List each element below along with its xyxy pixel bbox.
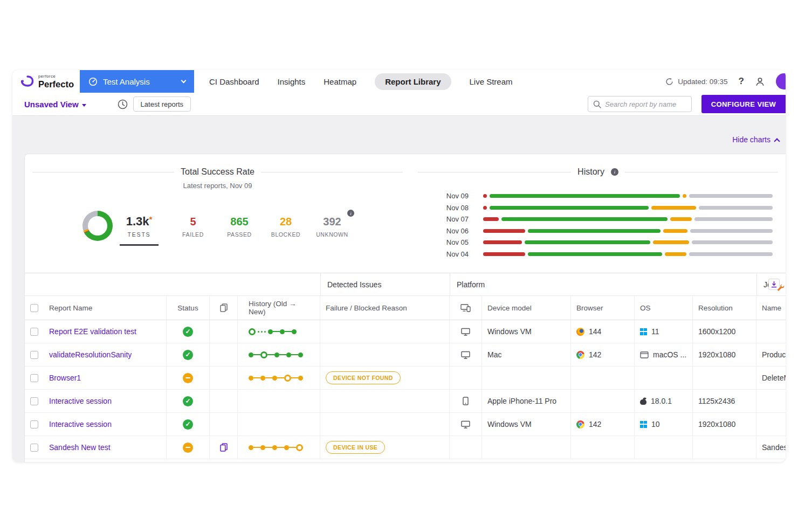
report-name-link[interactable]: validateResolutionSanity xyxy=(49,350,132,359)
history-line xyxy=(289,447,296,448)
history-segment-amber xyxy=(663,229,688,233)
nav-item-heatmap[interactable]: Heatmap xyxy=(324,77,356,86)
row-checkbox[interactable] xyxy=(30,397,38,405)
col-device-model[interactable]: Device model xyxy=(482,296,571,320)
avatar[interactable] xyxy=(776,73,786,89)
history-cell xyxy=(238,413,320,436)
nav-item-live-stream[interactable]: Live Stream xyxy=(470,77,513,86)
history-cell xyxy=(238,390,320,412)
history-dot xyxy=(274,353,279,357)
latest-reports-filter[interactable]: Latest reports xyxy=(133,96,191,112)
history-rows: Nov 09Nov 08Nov 07Nov 06Nov 05Nov 04 xyxy=(410,190,773,260)
history-date: Nov 05 xyxy=(410,238,469,246)
os-version: 11 xyxy=(651,327,659,336)
col-status[interactable]: Status xyxy=(167,296,210,320)
col-failure-reason[interactable]: Failure / Blocked Reason xyxy=(320,296,450,320)
col-report-name[interactable]: Report Name xyxy=(44,296,167,320)
os-version: 10 xyxy=(651,420,660,429)
col-history[interactable]: History (Old → New) xyxy=(238,296,320,320)
job-name-text: Sandesh... xyxy=(762,443,786,452)
row-checkbox[interactable] xyxy=(30,351,38,359)
charts-section: Total Success Rate Latest reports, Nov 0… xyxy=(25,154,786,273)
configure-view-button[interactable]: CONFIGURE VIEW xyxy=(701,95,786,113)
wrench-icon[interactable] xyxy=(777,284,785,291)
info-icon[interactable]: i xyxy=(347,210,354,217)
select-all-checkbox[interactable] xyxy=(30,304,38,312)
row-checkbox[interactable] xyxy=(30,328,38,336)
copy-icon[interactable] xyxy=(220,443,228,452)
view-name-dropdown[interactable]: Unsaved View xyxy=(24,100,86,109)
copy-cell xyxy=(210,320,238,343)
device-type-cell xyxy=(450,390,482,412)
row-check-cell xyxy=(25,413,44,436)
history-ring xyxy=(296,444,303,451)
sync-icon[interactable] xyxy=(665,78,673,86)
history-segment-amber xyxy=(651,206,696,210)
main-nav: CI DashboardInsightsHeatmapReport Librar… xyxy=(209,73,513,90)
success-title: Total Success Rate xyxy=(181,167,254,177)
group-spacer xyxy=(25,273,320,295)
history-segment-amber xyxy=(665,252,686,256)
row-checkbox[interactable] xyxy=(30,444,38,452)
nav-item-report-library[interactable]: Report Library xyxy=(375,73,451,90)
failure-cell: DEVICE IN USE xyxy=(320,436,450,459)
history-date: Nov 09 xyxy=(410,192,469,200)
history-segment-red xyxy=(483,206,487,210)
windows-icon xyxy=(640,328,647,335)
device-type-cell xyxy=(450,436,482,459)
row-checkbox[interactable] xyxy=(30,374,38,382)
resolution-cell: 1600x1200 xyxy=(693,320,756,343)
table-row: Sandesh New testDEVICE IN USESandesh... xyxy=(25,436,786,459)
history-segment-green xyxy=(528,229,661,233)
col-resolution[interactable]: Resolution xyxy=(693,296,756,320)
history-line xyxy=(277,447,284,448)
job-name-cell: Producti... xyxy=(756,343,786,366)
os-cell: 10 xyxy=(635,413,693,436)
help-button[interactable]: ? xyxy=(739,76,744,87)
view-toolbar: Unsaved View Latest reports CONFIGURE VI… xyxy=(12,93,786,116)
col-job-name[interactable]: Name xyxy=(756,296,786,320)
info-icon[interactable]: i xyxy=(611,168,618,176)
nav-item-ci-dashboard[interactable]: CI Dashboard xyxy=(209,77,259,86)
report-name-link[interactable]: Interactive session xyxy=(49,420,112,429)
job-name-cell: Sandesh... xyxy=(756,436,786,459)
copy-icon xyxy=(220,303,228,312)
report-name-cell: Interactive session xyxy=(44,413,167,436)
clock-icon[interactable] xyxy=(118,99,128,109)
report-name-link[interactable]: Report E2E validation test xyxy=(49,327,136,336)
user-icon[interactable] xyxy=(755,77,765,87)
row-checkbox[interactable] xyxy=(30,420,38,429)
app-window: perforce Perfecto Test Analysis CI Dashb… xyxy=(12,70,786,462)
history-dot xyxy=(249,376,253,381)
failure-badge: DEVICE IN USE xyxy=(326,441,385,454)
col-browser[interactable]: Browser xyxy=(571,296,635,320)
nav-item-insights[interactable]: Insights xyxy=(278,77,306,86)
job-name-cell xyxy=(756,320,786,343)
history-row: Nov 08 xyxy=(410,202,773,214)
app-menu-button[interactable]: Test Analysis xyxy=(80,70,194,93)
history-dot xyxy=(298,353,303,357)
search-input[interactable] xyxy=(605,100,686,108)
history-line xyxy=(291,377,298,378)
status-passed-icon: ✓ xyxy=(183,327,193,337)
stat-value: 392 xyxy=(311,216,354,228)
status-cell: ✓ xyxy=(167,320,210,343)
report-name-link[interactable]: Browser1 xyxy=(49,374,81,382)
history-dot xyxy=(284,445,289,450)
table-header: Report Name Status History (Old → New) F… xyxy=(25,296,786,320)
browser-cell xyxy=(571,436,635,459)
stat-label: FAILED xyxy=(171,231,215,238)
failure-cell: DEVICE NOT FOUND xyxy=(320,367,450,389)
history-dot xyxy=(286,353,291,357)
device-model-text: Apple iPhone-11 Pro xyxy=(487,397,556,405)
history-segment-green xyxy=(528,252,662,256)
mobile-icon xyxy=(463,397,469,405)
history-dot xyxy=(260,376,265,381)
report-name-link[interactable]: Interactive session xyxy=(49,397,112,405)
col-os[interactable]: OS xyxy=(635,296,693,320)
hide-charts-link[interactable]: Hide charts xyxy=(732,135,779,144)
device-model-cell xyxy=(482,436,571,459)
report-name-link[interactable]: Sandesh New test xyxy=(49,443,111,452)
history-line xyxy=(265,447,272,448)
stat-label: PASSED xyxy=(218,231,261,238)
